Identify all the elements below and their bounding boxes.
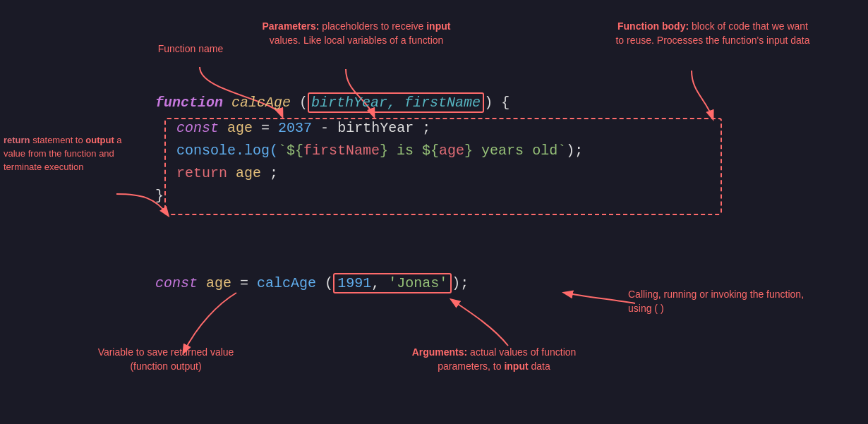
function-name-annotation: Function name [141, 42, 240, 56]
variable-annotation: Variable to save returned value (functio… [92, 346, 240, 373]
parameters-annotation: Parameters: placeholders to receive inpu… [261, 20, 452, 47]
calling-annotation: Calling, running or invoking the functio… [628, 288, 812, 315]
function-declaration-line: function calcAge (birthYear, firstName) … [155, 92, 812, 114]
main-container: Function name Parameters: placeholders t… [0, 0, 868, 424]
function-keyword: function [155, 95, 223, 111]
function-name: calcAge [231, 95, 291, 111]
call-line: const age = calcAge (1991, 'Jonas'); [155, 275, 469, 291]
args-highlight: 1991, 'Jonas' [333, 273, 452, 293]
function-body-annotation: Function body: block of code that we wan… [614, 20, 812, 47]
arguments-annotation: Arguments: actual values of function par… [409, 346, 579, 373]
params-highlight: birthYear, firstName [308, 92, 484, 113]
function-body-box [164, 118, 722, 215]
return-annotation: return statement to output a value from … [4, 134, 127, 174]
